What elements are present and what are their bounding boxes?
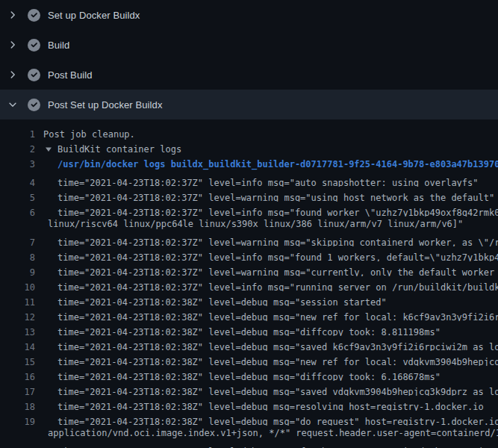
log-line: application/vnd.oci.image.index.v1+json,… <box>0 426 498 441</box>
log-line: 17 time="2021-04-23T18:02:38Z" level=deb… <box>0 381 498 396</box>
log-line-text: /usr/bin/docker logs buildx_buildkit_bui… <box>57 159 498 169</box>
log-line: linux/riscv64 linux/ppc64le linux/s390x … <box>0 217 498 231</box>
log-line-number[interactable]: 2 <box>0 144 35 155</box>
log-line-text: time="2021-04-23T18:02:38Z" level=debug … <box>57 387 498 396</box>
log-line: 1 Post job cleanup. <box>0 127 498 142</box>
log-line-text: time="2021-04-23T18:02:38Z" level=debug … <box>57 342 498 351</box>
log-line: 9 time="2021-04-23T18:02:37Z" level=warn… <box>0 261 498 276</box>
step-row-set-up-docker-buildx[interactable]: Set up Docker Buildx <box>0 0 498 30</box>
log-line-text: time="2021-04-23T18:02:37Z" level=warnin… <box>57 267 498 276</box>
step-label: Post Set up Docker Buildx <box>48 100 163 110</box>
log-line-text: time="2021-04-23T18:02:38Z" level=debug … <box>57 312 498 321</box>
log-line-text: time="2021-04-23T18:02:38Z" level=debug … <box>57 357 498 366</box>
log-line-number[interactable]: 13 <box>0 327 35 336</box>
log-line-number[interactable]: 11 <box>0 297 35 306</box>
log-line-number[interactable]: 17 <box>0 387 35 396</box>
log-line: 12 time="2021-04-23T18:02:38Z" level=deb… <box>0 306 498 321</box>
log-line-number[interactable]: 6 <box>0 208 35 217</box>
log-line-number[interactable]: 19 <box>0 417 35 426</box>
log-line: 16 time="2021-04-23T18:02:38Z" level=deb… <box>0 366 498 381</box>
step-row-build[interactable]: Build <box>0 30 498 60</box>
log-line-text: time="2021-04-23T18:02:37Z" level=info m… <box>57 282 498 291</box>
log-line: 18 time="2021-04-23T18:02:38Z" level=deb… <box>0 396 498 411</box>
log-line: 4 time="2021-04-23T18:02:37Z" level=info… <box>0 172 498 187</box>
log-line: 5 time="2021-04-23T18:02:37Z" level=warn… <box>0 187 498 202</box>
log-line: 10 time="2021-04-23T18:02:37Z" level=inf… <box>0 276 498 291</box>
step-label: Post Build <box>48 70 93 80</box>
log-line-text: time="2021-04-23T18:02:38Z" level=debug … <box>57 417 498 426</box>
step-row-post-build[interactable]: Post Build <box>0 60 498 90</box>
group-triangle-icon[interactable] <box>45 146 52 153</box>
chevron-icon <box>7 99 18 110</box>
log-line-number[interactable]: 8 <box>0 252 35 261</box>
log-line-number[interactable]: 3 <box>0 159 35 169</box>
log-line: 14 time="2021-04-23T18:02:38Z" level=deb… <box>0 336 498 351</box>
step-label: Build <box>48 40 69 50</box>
log-line[interactable]: 2 BuildKit container logs <box>0 142 498 157</box>
chevron-icon <box>7 69 18 80</box>
steps-list: Set up Docker Buildx Build Post Build Po… <box>0 0 498 119</box>
log-line-number[interactable]: 9 <box>0 267 35 276</box>
log-line: 19 time="2021-04-23T18:02:38Z" level=deb… <box>0 411 498 426</box>
log-line-number[interactable]: 5 <box>0 193 35 202</box>
log-line-text: time="2021-04-23T18:02:37Z" level=info m… <box>57 252 498 261</box>
log-line-text: application/vnd.oci.image.index.v1+json,… <box>48 428 498 438</box>
log-line-text: time="2021-04-23T18:02:37Z" level=info m… <box>57 178 479 187</box>
log-line-text: time="2021-04-23T18:02:37Z" level=warnin… <box>57 193 494 202</box>
log-line: 3 /usr/bin/docker logs buildx_buildkit_b… <box>0 157 498 172</box>
log-line-text: Post job cleanup. <box>43 129 135 140</box>
log-line: 6 time="2021-04-23T18:02:37Z" level=info… <box>0 202 498 217</box>
log-line-text: time="2021-04-23T18:02:38Z" level=debug … <box>57 327 441 336</box>
check-circle-icon <box>28 69 40 81</box>
log-line: 13 time="2021-04-23T18:02:38Z" level=deb… <box>0 321 498 336</box>
log-line-text: BuildKit container logs <box>57 144 181 155</box>
log-line-number[interactable]: 15 <box>0 357 35 366</box>
check-circle-icon <box>28 9 40 22</box>
check-circle-icon <box>28 99 40 111</box>
log-line: 11 time="2021-04-23T18:02:38Z" level=deb… <box>0 291 498 306</box>
step-row-post-set-up-docker-buildx[interactable]: Post Set up Docker Buildx <box>0 90 498 119</box>
log-line-number[interactable]: 4 <box>0 178 35 187</box>
log-line-number[interactable]: 12 <box>0 312 35 321</box>
chevron-icon <box>7 40 18 50</box>
log-line-number[interactable]: 16 <box>0 372 35 381</box>
chevron-icon <box>7 10 18 20</box>
log-line-text: time="2021-04-23T18:02:37Z" level=warnin… <box>57 237 498 246</box>
log-line-text: time="2021-04-23T18:02:38Z" level=debug … <box>57 297 387 306</box>
log-line-number[interactable]: 7 <box>0 237 35 246</box>
log-line: 8 time="2021-04-23T18:02:37Z" level=info… <box>0 246 498 261</box>
log-line-text: linux/riscv64 linux/ppc64le linux/s390x … <box>48 219 463 229</box>
log-line-text: time="2021-04-23T18:02:38Z" level=debug … <box>57 372 441 381</box>
log-line-number[interactable]: 14 <box>0 342 35 351</box>
log-line: 7 time="2021-04-23T18:02:37Z" level=warn… <box>0 231 498 246</box>
log-line: 15 time="2021-04-23T18:02:38Z" level=deb… <box>0 351 498 366</box>
log-lines: 1 Post job cleanup. 2 BuildKit container… <box>0 119 498 448</box>
log-line-text: time="2021-04-23T18:02:37Z" level=info m… <box>57 208 498 217</box>
check-circle-icon <box>28 39 40 52</box>
log-line: 20 time="2021-04-23T18:02:38Z" level=deb… <box>0 441 498 448</box>
log-line-text: time="2021-04-23T18:02:38Z" level=debug … <box>57 402 484 411</box>
actions-log-viewer: Set up Docker Buildx Build Post Build Po… <box>0 0 498 448</box>
step-label: Set up Docker Buildx <box>48 10 140 20</box>
log-line-number[interactable]: 10 <box>0 282 35 291</box>
log-line-number[interactable]: 1 <box>0 129 35 140</box>
log-line-number[interactable]: 18 <box>0 402 35 411</box>
